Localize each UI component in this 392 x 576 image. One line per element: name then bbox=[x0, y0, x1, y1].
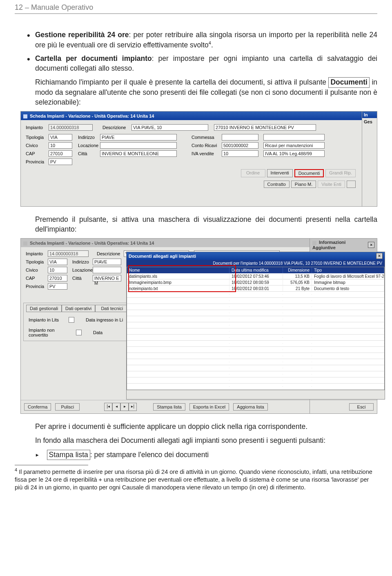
aggiorna-lista-button[interactable]: Aggiorna lista bbox=[233, 403, 268, 411]
blank-button[interactable] bbox=[347, 181, 356, 188]
window-titlebar: Scheda Impianti - Variazione - Unità Ope… bbox=[21, 112, 377, 120]
impianto-field[interactable]: 14.000000318 bbox=[48, 250, 89, 257]
table-row[interactable] bbox=[127, 335, 384, 341]
page-header: 12 – Manuale Operativo bbox=[15, 0, 377, 14]
arrow-icon: ▸ bbox=[35, 450, 40, 460]
documenti-inline-button: Documenti bbox=[328, 77, 369, 88]
tab-dati-operativi[interactable]: Dati operativi bbox=[62, 305, 95, 312]
table-row[interactable] bbox=[127, 347, 384, 353]
table-row[interactable] bbox=[127, 292, 384, 298]
citta-field[interactable]: INVERNO E MONTELEONE bbox=[100, 150, 177, 157]
impianto-label: Impianto bbox=[26, 125, 46, 130]
paragraph: Premendo il pulsante, si attiva una masc… bbox=[35, 215, 377, 234]
table-row[interactable] bbox=[127, 310, 384, 316]
screenshot-1: Scheda Impianti - Variazione - Unità Ope… bbox=[20, 111, 377, 207]
provincia-field[interactable]: PV bbox=[49, 159, 72, 165]
window-icon bbox=[23, 241, 27, 246]
documents-table: Nome Data ultima modifica Dimensione Tip… bbox=[127, 267, 385, 390]
footnote-4: 4 Il parametro permette di inserire per … bbox=[15, 467, 377, 491]
nav-last-icon[interactable]: ▸| bbox=[129, 403, 137, 411]
table-row[interactable] bbox=[127, 371, 384, 377]
civico-field[interactable]: 10 bbox=[49, 142, 72, 149]
esci-button[interactable]: Esci bbox=[349, 403, 374, 411]
doc-title: Manuale Operativo bbox=[31, 3, 93, 11]
iva-field[interactable]: 10 bbox=[222, 150, 258, 157]
documents-titlebar: Documenti allegati agli impianti × bbox=[127, 252, 385, 260]
table-row[interactable] bbox=[127, 328, 384, 335]
tab-dati-gestionali[interactable]: Dati gestionali bbox=[26, 305, 62, 312]
bottom-toolbar: Conferma Pulisci |◂ ◂ ▸ ▸| Stampa lista … bbox=[21, 400, 377, 413]
table-row[interactable] bbox=[127, 322, 384, 328]
grandi-rip-button[interactable]: Grandi Rip. bbox=[325, 169, 356, 177]
info-titlebar: Informazioni Aggiuntive × bbox=[310, 239, 377, 251]
contratto-button[interactable]: Contratto bbox=[264, 181, 290, 188]
bullet-item-2: • Cartella per documenti impianto: per i… bbox=[27, 54, 377, 73]
side-titlebar: In bbox=[362, 112, 377, 118]
screenshot-2: Scheda Impianti - Variazione - Unità Ope… bbox=[20, 238, 377, 414]
documents-table-header: Nome Data ultima modifica Dimensione Tip… bbox=[127, 267, 384, 273]
table-row[interactable] bbox=[127, 316, 384, 322]
window-icon bbox=[23, 114, 27, 118]
interventi-button[interactable]: Interventi bbox=[267, 169, 293, 177]
table-row[interactable] bbox=[127, 341, 384, 347]
bullet-2-title: Cartella per documenti impianto bbox=[35, 54, 152, 63]
table-row[interactable] bbox=[127, 384, 384, 390]
pulisci-button[interactable]: Pulisci bbox=[55, 403, 80, 411]
table-row[interactable]: Immagineimpianto.bmp16/02/2012 08:00:595… bbox=[127, 279, 384, 286]
bullet-1-title: Gestione reperibilità 24 ore bbox=[35, 31, 129, 39]
paragraph: Richiamando l'impianto per il quale è pr… bbox=[35, 77, 377, 107]
info-icon bbox=[312, 241, 316, 245]
nav-first-icon[interactable]: |◂ bbox=[104, 403, 112, 411]
table-row[interactable] bbox=[127, 304, 384, 310]
piano-m-button[interactable]: Piano M. bbox=[291, 181, 316, 188]
bullet-item-1: • Gestione reperibilità 24 ore: per pote… bbox=[27, 30, 377, 50]
bullet-dot: • bbox=[27, 54, 35, 73]
table-row[interactable]: datiimpianto.xls16/02/2012 07:53:4613,5 … bbox=[127, 273, 384, 279]
checkbox-non-convertito[interactable] bbox=[76, 330, 82, 335]
close-icon[interactable]: × bbox=[368, 242, 374, 248]
nav-buttons: |◂ ◂ ▸ ▸| bbox=[104, 403, 137, 411]
checkbox-impianto-lits[interactable] bbox=[69, 317, 74, 323]
descrizione-label: Descrizione bbox=[102, 125, 129, 130]
cap-field[interactable]: 27010 bbox=[49, 150, 72, 157]
visite-enti-button[interactable]: Visite Enti bbox=[318, 181, 345, 188]
table-row[interactable] bbox=[127, 298, 384, 304]
page-number: 12 bbox=[15, 3, 23, 11]
nav-prev-icon[interactable]: ◂ bbox=[112, 403, 120, 411]
conferma-button[interactable]: Conferma bbox=[24, 403, 51, 411]
table-row[interactable]: noteimpianto.txt16/02/2012 08:03:0121 By… bbox=[127, 286, 384, 292]
documenti-button[interactable]: Documenti bbox=[294, 169, 324, 177]
documents-panel: Documenti allegati agli impianti × Docum… bbox=[126, 252, 385, 400]
close-icon[interactable]: × bbox=[376, 253, 383, 259]
commessa-field[interactable] bbox=[222, 134, 258, 141]
table-row[interactable] bbox=[127, 365, 384, 371]
nav-next-icon[interactable]: ▸ bbox=[120, 403, 129, 411]
localita-field[interactable]: 27010 INVERNO E MONTELEONE PV bbox=[214, 124, 316, 131]
bullet-dot: • bbox=[27, 30, 35, 50]
stampa-lista-inline: Stampa lista bbox=[47, 450, 90, 460]
footnote-separator bbox=[15, 465, 88, 465]
paragraph: In fondo alla maschera dei Documenti all… bbox=[35, 436, 377, 446]
locazione-field[interactable] bbox=[100, 142, 177, 149]
table-row[interactable] bbox=[127, 377, 384, 384]
indirizzo-field[interactable]: PIAVE bbox=[100, 134, 177, 141]
stampa-lista-button[interactable]: Stampa lista bbox=[153, 403, 185, 411]
conto-ricavi-field[interactable]: 5001000002 bbox=[222, 142, 258, 149]
esporta-excel-button[interactable]: Esporta in Excel bbox=[189, 403, 229, 411]
tab-dati-tecnici[interactable]: Dati tecnici bbox=[95, 305, 129, 312]
descrizione-field[interactable]: VIA PIAVE, 10 bbox=[131, 124, 208, 131]
paragraph: Per aprire i documenti è sufficiente app… bbox=[35, 422, 377, 432]
ordine-button[interactable]: Ordine bbox=[241, 169, 265, 177]
table-row[interactable] bbox=[127, 353, 384, 359]
sub-bullet: ▸ Stampa lista : per stampare l'elenco d… bbox=[35, 450, 377, 460]
impianto-field[interactable]: 14.000000318 bbox=[49, 124, 93, 131]
tipologia-field[interactable]: VIA bbox=[49, 134, 72, 141]
table-row[interactable] bbox=[127, 359, 384, 365]
documents-banner: Documenti per l'impianto 14.00000318 VIA… bbox=[127, 260, 385, 267]
